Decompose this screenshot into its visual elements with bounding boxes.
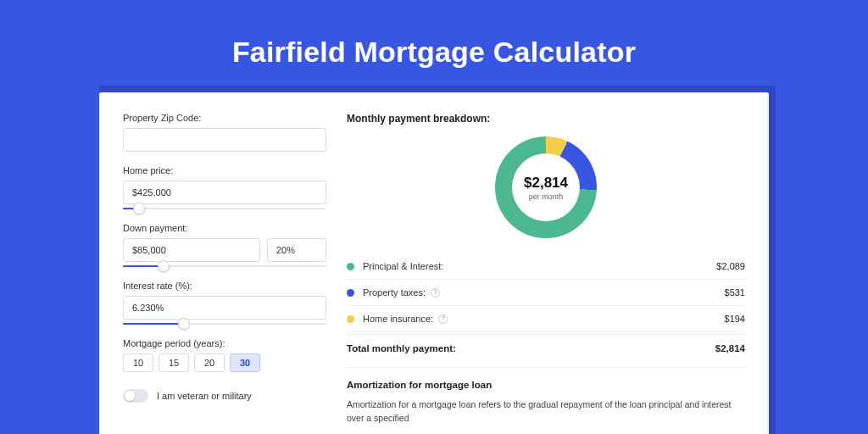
legend-home-insurance: Home insurance: ? $194 [347, 306, 745, 332]
down-payment-group: Down payment: [123, 223, 326, 267]
donut-sub: per month [529, 192, 564, 201]
dot-icon [347, 263, 354, 270]
veteran-label: I am veteran or military [157, 391, 252, 401]
down-payment-slider[interactable] [123, 265, 326, 267]
page-title: Fairfield Mortgage Calculator [0, 36, 868, 69]
legend-text: Property taxes: [363, 287, 426, 298]
home-price-group: Home price: [123, 165, 326, 209]
total-row: Total monthly payment: $2,814 [347, 334, 745, 367]
zip-input[interactable] [123, 128, 326, 152]
legend-text: Home insurance: [363, 314, 433, 324]
dot-icon [347, 289, 354, 297]
home-price-slider[interactable] [123, 208, 326, 209]
zip-label: Property Zip Code: [123, 113, 326, 123]
legend-value: $194 [725, 314, 745, 324]
legend-label: Home insurance: ? [363, 314, 725, 324]
breakdown-donut-chart: $2,814 per month [495, 136, 597, 238]
down-payment-label: Down payment: [123, 223, 326, 233]
interest-rate-label: Interest rate (%): [123, 281, 326, 291]
legend-text: Principal & Interest: [363, 261, 443, 271]
form-panel: Property Zip Code: Home price: Down paym… [123, 113, 326, 434]
donut-amount: $2,814 [524, 175, 568, 192]
veteran-row: I am veteran or military [123, 389, 326, 403]
period-option-15[interactable]: 15 [159, 353, 189, 372]
donut-wrap: $2,814 per month [347, 136, 745, 238]
down-payment-pct-input[interactable] [267, 238, 326, 262]
veteran-toggle[interactable] [123, 389, 148, 403]
total-label: Total monthly payment: [347, 343, 715, 353]
total-value: $2,814 [715, 343, 745, 353]
dot-icon [347, 315, 354, 323]
period-group: Mortgage period (years): 10 15 20 30 [123, 338, 326, 372]
legend-label: Property taxes: ? [363, 287, 725, 298]
legend-value: $2,089 [716, 261, 745, 271]
interest-rate-input[interactable] [123, 296, 326, 320]
period-option-30[interactable]: 30 [230, 353, 260, 372]
interest-rate-slider-fill [123, 323, 184, 325]
interest-rate-slider[interactable] [123, 323, 326, 325]
donut-center: $2,814 per month [495, 136, 597, 238]
down-payment-input[interactable] [123, 238, 260, 262]
interest-rate-group: Interest rate (%): [123, 281, 326, 325]
breakdown-heading: Monthly payment breakdown: [347, 113, 745, 125]
legend-property-taxes: Property taxes: ? $531 [347, 280, 745, 306]
home-price-label: Home price: [123, 165, 326, 175]
legend-principal-interest: Principal & Interest: $2,089 [347, 253, 745, 280]
legend-label: Principal & Interest: [363, 261, 716, 271]
interest-rate-slider-thumb[interactable] [178, 318, 190, 330]
down-payment-slider-thumb[interactable] [158, 260, 170, 272]
home-price-slider-thumb[interactable] [133, 203, 145, 214]
amortization-section: Amortization for mortgage loan Amortizat… [347, 367, 745, 426]
amortization-heading: Amortization for mortgage loan [347, 380, 745, 390]
period-label: Mortgage period (years): [123, 338, 326, 348]
calculator-card: Property Zip Code: Home price: Down paym… [99, 92, 769, 434]
info-icon[interactable]: ? [438, 314, 448, 324]
zip-group: Property Zip Code: [123, 113, 326, 152]
legend-value: $531 [725, 287, 745, 298]
amortization-body: Amortization for a mortgage loan refers … [347, 398, 745, 426]
period-option-10[interactable]: 10 [123, 353, 153, 372]
period-option-20[interactable]: 20 [194, 353, 225, 372]
info-icon[interactable]: ? [431, 288, 440, 298]
breakdown-panel: Monthly payment breakdown: $2,814 per mo… [347, 113, 745, 434]
home-price-input[interactable] [123, 181, 326, 204]
